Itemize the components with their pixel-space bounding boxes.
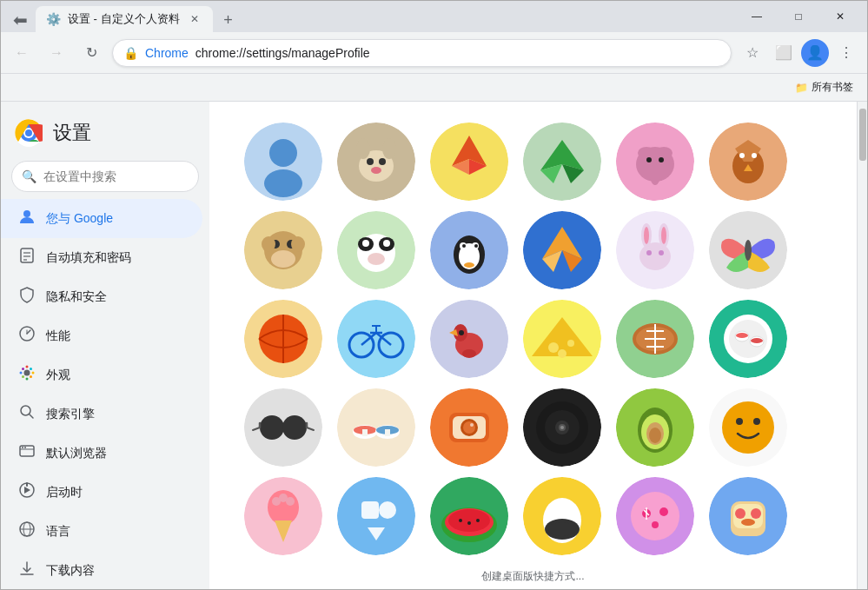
scrollbar[interactable] — [857, 102, 867, 589]
avatar-onigiri[interactable] — [523, 477, 601, 555]
tab-close-button[interactable]: ✕ — [187, 11, 202, 27]
sidebar-item-privacy[interactable]: 隐私和安全 — [1, 277, 202, 316]
svg-point-86 — [454, 235, 485, 274]
sidebar-item-language[interactable]: 语言 — [1, 512, 202, 551]
close-button[interactable]: ✕ — [820, 3, 860, 30]
window-controls: — □ ✕ — [737, 3, 860, 30]
maximize-button[interactable]: □ — [779, 3, 818, 30]
avatar-rabbit[interactable] — [616, 211, 694, 289]
sidebar-item-startup[interactable]: 启动时 — [1, 473, 202, 512]
svg-marker-56 — [540, 164, 562, 183]
sidebar-item-performance[interactable]: 性能 — [1, 316, 202, 355]
avatar-penguin[interactable] — [430, 211, 508, 289]
new-tab-button[interactable]: + — [216, 8, 241, 32]
search-input[interactable] — [11, 161, 199, 192]
avatar-cheese[interactable] — [523, 300, 601, 378]
avatar-sunglasses[interactable] — [244, 388, 322, 467]
forward-button[interactable]: → — [43, 39, 70, 67]
svg-point-105 — [709, 211, 787, 289]
svg-rect-209 — [731, 501, 765, 536]
svg-point-54 — [523, 123, 601, 201]
all-bookmarks[interactable]: 📁 所有书签 — [788, 76, 860, 98]
tab-new-button[interactable]: ⬅ — [8, 8, 32, 32]
url-bar[interactable]: 🔒 Chrome chrome://settings/manageProfile — [112, 39, 732, 67]
svg-point-4 — [23, 210, 30, 217]
avatar-bicycle[interactable] — [337, 300, 415, 378]
back-button[interactable]: ← — [8, 39, 36, 67]
svg-point-165 — [536, 401, 588, 454]
svg-marker-95 — [542, 250, 562, 272]
avatar-bird-origami[interactable] — [523, 123, 601, 201]
svg-point-25 — [22, 447, 23, 448]
avatar-shapes-blue[interactable] — [337, 477, 415, 555]
svg-point-151 — [337, 388, 415, 467]
content-scroll: 创建桌面版快捷方式... — [209, 102, 857, 589]
avatar-watermelon[interactable] — [430, 477, 508, 555]
avatar-vinyl[interactable] — [523, 388, 601, 467]
refresh-button[interactable]: ↻ — [77, 39, 105, 67]
menu-button[interactable]: ⋮ — [832, 39, 860, 67]
avatar-fox-origami[interactable] — [430, 123, 508, 201]
svg-point-79 — [357, 234, 395, 272]
svg-point-162 — [463, 421, 475, 434]
avatar-person-blue[interactable] — [244, 123, 322, 201]
sidebar-item-autofill[interactable]: 自动填充和密码 — [1, 238, 202, 277]
svg-point-58 — [616, 123, 694, 201]
avatar-bird-red[interactable] — [430, 300, 508, 378]
avatar-toast[interactable] — [709, 477, 787, 555]
svg-point-131 — [636, 327, 674, 351]
svg-marker-125 — [532, 317, 593, 356]
scroll-thumb[interactable] — [859, 109, 866, 161]
avatar-cat[interactable] — [337, 123, 415, 201]
svg-marker-57 — [562, 164, 584, 183]
avatar-fox-origami2[interactable] — [523, 211, 601, 289]
avatar-camera[interactable] — [430, 388, 508, 467]
profile-button[interactable]: 👤 — [801, 39, 829, 67]
sidebar-item-google[interactable]: 您与 Google — [1, 199, 202, 238]
avatar-butterfly[interactable] — [709, 211, 787, 289]
svg-line-22 — [30, 414, 33, 418]
svg-point-198 — [545, 519, 580, 540]
svg-line-150 — [307, 428, 314, 430]
avatar-elephant[interactable] — [616, 123, 694, 201]
svg-point-76 — [262, 236, 275, 252]
search-icon: 🔍 — [22, 169, 36, 183]
svg-point-176 — [722, 401, 774, 454]
avatar-icecream[interactable] — [244, 477, 322, 555]
avatar-avocado[interactable] — [616, 388, 694, 467]
sidebar-item-browser[interactable]: 默认浏览器 — [1, 434, 202, 473]
avatar-sushi[interactable] — [337, 388, 415, 467]
avatar-basketball[interactable] — [244, 300, 322, 378]
split-view-button[interactable]: ⬜ — [770, 39, 798, 67]
active-tab[interactable]: ⚙️ 设置 - 自定义个人资料 ✕ — [36, 6, 213, 32]
settings-title: 设置 — [53, 120, 91, 146]
avatar-smiley[interactable] — [709, 388, 787, 467]
avatar-eagle[interactable] — [709, 123, 787, 201]
svg-point-169 — [560, 426, 564, 429]
sidebar-item-search[interactable]: 搜索引擎 — [1, 394, 202, 434]
main-content: 设置 🔍 您与 Google自动填充和密码隐私和安全性能外观搜索引擎默认浏览器启… — [1, 102, 867, 589]
sidebar-label-language: 语言 — [46, 524, 70, 540]
svg-point-199 — [548, 522, 576, 536]
svg-marker-188 — [368, 527, 385, 540]
browser-icon — [18, 442, 36, 464]
avatar-football[interactable] — [616, 300, 694, 378]
svg-point-187 — [379, 501, 396, 519]
sidebar-label-privacy: 隐私和安全 — [46, 289, 107, 305]
minimize-button[interactable]: — — [737, 3, 777, 30]
svg-point-99 — [641, 223, 652, 248]
footer-hint: 创建桌面版快捷方式... — [230, 562, 836, 589]
svg-point-89 — [472, 242, 479, 249]
avatar-pizza-kawaii[interactable] — [616, 477, 694, 555]
svg-line-206 — [644, 510, 649, 515]
sidebar-item-appearance[interactable]: 外观 — [1, 355, 202, 394]
svg-point-141 — [750, 336, 764, 347]
avatar-sushi-plate[interactable] — [709, 300, 787, 378]
svg-point-126 — [548, 342, 559, 353]
svg-point-205 — [652, 521, 659, 528]
avatar-monkey[interactable] — [244, 211, 322, 289]
bookmark-button[interactable]: ☆ — [739, 39, 766, 67]
avatar-panda[interactable] — [337, 211, 415, 289]
svg-point-174 — [649, 428, 661, 443]
sidebar-item-download[interactable]: 下载内容 — [1, 551, 202, 589]
